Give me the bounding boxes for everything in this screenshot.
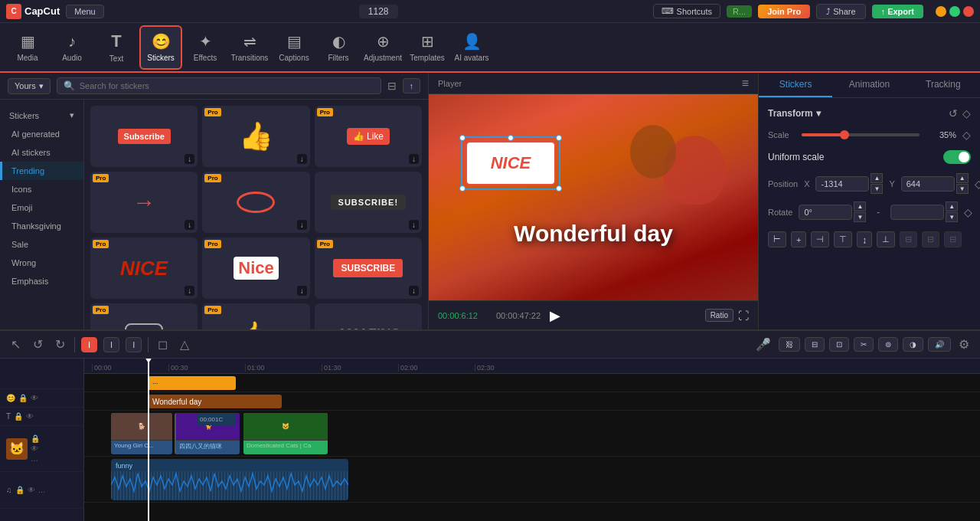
- align-left-button[interactable]: ⊢: [768, 231, 786, 247]
- share-button[interactable]: ⤴ Share: [816, 4, 865, 19]
- download-button-2[interactable]: ↓: [297, 154, 307, 164]
- track-lock-video[interactable]: 🔒: [31, 434, 40, 443]
- ratio-button[interactable]: Ratio: [705, 309, 733, 322]
- video-clip-3[interactable]: 🐱 Domesticated Cats | Ca: [243, 413, 328, 454]
- category-emoji[interactable]: Emoji: [0, 198, 83, 217]
- text-clip[interactable]: Wonderful day: [148, 395, 282, 408]
- upload-button[interactable]: ↑: [403, 78, 421, 93]
- rotate-extra-inc-button[interactable]: ▲: [946, 202, 958, 211]
- sticker-item-10[interactable]: Pro ↓: [90, 303, 198, 329]
- category-sale[interactable]: Sale: [0, 235, 83, 254]
- tool-filters[interactable]: ◐ Filters: [317, 25, 360, 70]
- category-emphasis[interactable]: Emphasis: [0, 272, 83, 290]
- tl-loop-button[interactable]: ⊚: [878, 337, 898, 352]
- sticker-item-11[interactable]: Pro 🤙 ↓: [202, 303, 309, 329]
- shortcuts-button[interactable]: ⌨ Shortcuts: [653, 4, 720, 18]
- sticker-item-3[interactable]: Pro 👍 Like ↓: [315, 106, 422, 167]
- handle-bl[interactable]: [459, 185, 466, 192]
- sticker-item-12[interactable]: AMAZING ↓: [315, 303, 422, 329]
- align-right-button[interactable]: ⊣: [811, 231, 829, 247]
- track-vis-sticker[interactable]: 👁: [31, 394, 38, 402]
- y-position-input[interactable]: [901, 176, 955, 192]
- tl-settings-button[interactable]: ⚙: [956, 336, 972, 353]
- join-pro-button[interactable]: Join Pro: [758, 5, 810, 18]
- tl-link-button[interactable]: ⛓: [779, 337, 800, 352]
- download-button-5[interactable]: ↓: [297, 220, 307, 230]
- tab-stickers[interactable]: Stickers: [759, 73, 832, 97]
- fullscreen-button[interactable]: ⛶: [738, 310, 749, 322]
- search-input[interactable]: [80, 81, 374, 90]
- track-lock-audio[interactable]: 🔒: [15, 486, 24, 494]
- download-button-6[interactable]: ↓: [409, 220, 419, 230]
- search-bar[interactable]: 🔍: [57, 77, 381, 94]
- handle-br[interactable]: [556, 185, 562, 192]
- x-increment-button[interactable]: ▲: [871, 173, 883, 183]
- transform-diamond-button[interactable]: ◇: [962, 107, 971, 120]
- track-vis-text[interactable]: 👁: [26, 412, 34, 421]
- tool-text[interactable]: T Text: [95, 25, 138, 70]
- sticker-selection-area[interactable]: NICE: [461, 136, 560, 190]
- sticker-item-5[interactable]: Pro ↓: [202, 172, 309, 233]
- tl-split-button[interactable]: I: [81, 337, 97, 352]
- rotate-extra-dec-button[interactable]: ▼: [946, 212, 958, 222]
- handle-tl[interactable]: [459, 135, 466, 141]
- download-button-4[interactable]: ↓: [185, 220, 194, 230]
- track-lock-sticker[interactable]: 🔒: [18, 394, 28, 402]
- tl-undo-button[interactable]: ↺: [30, 336, 46, 353]
- download-button-8[interactable]: ↓: [297, 286, 307, 296]
- handle-tm[interactable]: [508, 135, 514, 141]
- tl-freeze-button[interactable]: △: [177, 336, 192, 353]
- tool-ai-avatars[interactable]: 👤 AI avatars: [450, 25, 493, 70]
- x-decrement-button[interactable]: ▼: [871, 184, 883, 194]
- download-button-3[interactable]: ↓: [409, 154, 419, 164]
- timeline-tracks[interactable]: 00:00 00:30 01:00 01:30 02:00 02:30 ···: [84, 359, 980, 521]
- tool-stickers[interactable]: 😊 Stickers: [139, 25, 182, 70]
- category-wrong[interactable]: Wrong: [0, 254, 83, 272]
- y-decrement-button[interactable]: ▼: [956, 184, 969, 194]
- scale-diamond-button[interactable]: ◇: [962, 129, 971, 141]
- tool-media[interactable]: ▦ Media: [6, 25, 49, 70]
- sticker-item-9[interactable]: Pro SUBSCRIBE ↓: [315, 238, 422, 299]
- sticker-item-2[interactable]: Pro 👍 ↓: [202, 106, 309, 167]
- align-center-h-button[interactable]: +: [791, 231, 806, 247]
- rotate-increment-button[interactable]: ▲: [854, 202, 866, 211]
- category-thanksgiving[interactable]: Thanksgiving: [0, 217, 83, 235]
- text-track-row[interactable]: Wonderful day: [84, 392, 980, 411]
- rotate-diamond-button[interactable]: ◇: [964, 206, 972, 218]
- sticker-item-4[interactable]: Pro → ↓: [90, 172, 198, 233]
- close-button[interactable]: [963, 6, 974, 17]
- category-icons[interactable]: Icons: [0, 180, 83, 198]
- sticker-item-7[interactable]: Pro NICE ↓: [90, 238, 198, 299]
- tab-animation[interactable]: Animation: [832, 73, 906, 97]
- tab-tracking[interactable]: Tracking: [906, 73, 980, 97]
- download-button-7[interactable]: ↓: [185, 286, 194, 296]
- sticker-item-1[interactable]: Subscribe ↓: [90, 106, 198, 167]
- tool-effects[interactable]: ✦ Effects: [184, 25, 227, 70]
- y-increment-button[interactable]: ▲: [956, 173, 969, 183]
- track-more-video[interactable]: …: [31, 454, 40, 463]
- tl-trim-left-button[interactable]: I: [103, 337, 119, 352]
- tl-cursor-button[interactable]: ↖: [8, 336, 24, 353]
- track-more-audio[interactable]: …: [38, 486, 46, 494]
- play-button[interactable]: ▶: [550, 307, 560, 324]
- video-clip-1[interactable]: 🐕 Young Girl C...: [111, 413, 172, 454]
- handle-tr[interactable]: [556, 135, 562, 141]
- category-ai-stickers[interactable]: AI stickers: [0, 143, 83, 162]
- tl-trim-right-button[interactable]: I: [126, 337, 142, 352]
- category-ai-generated[interactable]: AI generated: [0, 125, 83, 143]
- track-vis-audio[interactable]: 👁: [28, 486, 35, 494]
- audio-track-row[interactable]: funny: [84, 457, 980, 503]
- align-top-button[interactable]: ⊤: [834, 231, 852, 247]
- track-vis-video[interactable]: 👁: [31, 444, 40, 453]
- tl-detach-button[interactable]: ⊟: [805, 337, 825, 352]
- download-button-1[interactable]: ↓: [185, 154, 194, 164]
- minimize-button[interactable]: [936, 6, 946, 17]
- rotate-input[interactable]: [799, 205, 852, 220]
- uniform-scale-toggle[interactable]: [943, 150, 971, 164]
- sticker-track-row[interactable]: ···: [84, 374, 980, 392]
- player-menu-button[interactable]: ≡: [742, 77, 749, 90]
- tl-crop-button[interactable]: ◻: [155, 336, 171, 353]
- download-button-9[interactable]: ↓: [409, 286, 419, 296]
- tool-transitions[interactable]: ⇌ Transitions: [228, 25, 271, 70]
- position-diamond-button[interactable]: ◇: [975, 178, 980, 190]
